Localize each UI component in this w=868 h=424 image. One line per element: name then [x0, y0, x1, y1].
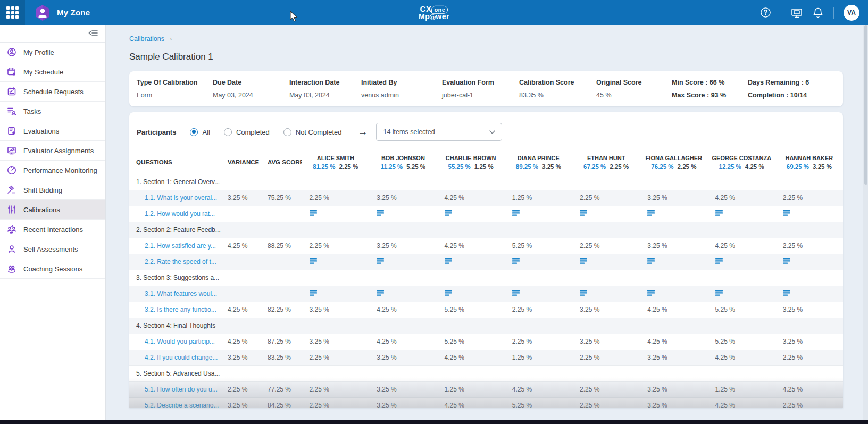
section-row: 5. Section 5: Advanced Usa... [129, 365, 843, 381]
sidebar-item-calibrations[interactable]: Calibrations [0, 200, 105, 220]
participant-variance: 2.25 % [678, 163, 697, 170]
comments-icon[interactable] [647, 258, 655, 266]
performance-monitoring-icon [7, 165, 16, 175]
sidebar-item-label: Shift Bidding [23, 186, 62, 194]
question-row: 5.1. How often do you u...2.25 %77.25 %2… [129, 381, 843, 397]
participant-name: ETHAN HUNT [577, 155, 636, 161]
comments-icon[interactable] [647, 210, 655, 218]
avg-score-value: 77.25 % [263, 381, 302, 397]
question-link[interactable]: 5.1. How often do you u... [145, 386, 218, 393]
main-content: Calibrations › Sample Calibration 1 Type… [106, 25, 868, 424]
variance-value: 3.25 % [223, 190, 263, 206]
page-scrollbar[interactable] [863, 25, 868, 420]
participant-score-value: 4.25 % [369, 334, 437, 350]
question-link[interactable]: 5.2. Describe a scenario... [145, 402, 219, 408]
participant-header: GEORGE COSTANZA12.25 %4.25 % [708, 151, 775, 174]
comments-icon[interactable] [310, 210, 318, 218]
comments-icon[interactable] [783, 290, 791, 298]
participant-score-value: 4.25 % [437, 350, 505, 365]
sidebar-item-coaching-sessions[interactable]: Coaching Sessions [0, 259, 105, 279]
sidebar-item-tasks[interactable]: Tasks [0, 102, 105, 121]
section-label: 5. Section 5: Advanced Usa... [129, 365, 223, 381]
comments-icon[interactable] [715, 210, 723, 218]
user-avatar[interactable]: VA [844, 5, 859, 21]
comments-icon[interactable] [580, 210, 588, 218]
help-icon[interactable] [760, 7, 771, 19]
question-link[interactable]: 1.2. How would you rat... [145, 210, 215, 218]
participant-score-value: 2.25 % [572, 238, 640, 254]
sidebar-item-shift-bidding[interactable]: Shift Bidding [0, 180, 105, 200]
participant-variance: 2.25 % [610, 163, 629, 170]
participant-score-value: 2.25 % [775, 190, 843, 206]
participant-score-value: 3.25 % [640, 190, 707, 206]
comments-icon[interactable] [512, 210, 520, 218]
notifications-bell-icon[interactable] [812, 7, 824, 19]
sidebar-item-label: Tasks [23, 107, 41, 115]
participants-dropdown[interactable]: 14 items selected [376, 123, 502, 141]
radio-not-completed[interactable]: Not Completed [283, 128, 342, 136]
sidebar-item-recent-interactions[interactable]: Recent Interactions [0, 220, 105, 239]
question-link[interactable]: 2.1. How satisfied are y... [145, 242, 216, 250]
comments-icon[interactable] [512, 290, 520, 298]
question-link[interactable]: 1.1. What is your overal... [145, 194, 217, 202]
comments-icon[interactable] [445, 290, 453, 298]
sidebar-item-evaluator-assignments[interactable]: Evaluator Assignments [0, 141, 105, 161]
comments-icon[interactable] [580, 290, 588, 298]
comments-icon[interactable] [445, 210, 453, 218]
question-link[interactable]: 4.1. Would you particip... [145, 338, 215, 345]
sidebar-item-evaluations[interactable]: Evaluations [0, 121, 105, 141]
avg-score-value [263, 254, 302, 270]
section-label: 2. Section 2: Feature Feedb... [129, 222, 223, 238]
participant-score-value: 3.25 % [640, 381, 707, 397]
participant-score-value: 3.25 % [302, 334, 369, 350]
comments-icon[interactable] [715, 258, 723, 266]
comments-icon[interactable] [783, 258, 791, 266]
sidebar-item-performance-monitoring[interactable]: Performance Monitoring [0, 161, 105, 180]
radio-all[interactable]: All [190, 128, 210, 136]
sidebar-item-my-profile[interactable]: My Profile [0, 43, 105, 62]
participant-score-value: 5.25 % [437, 334, 505, 350]
avg-score-value: 83.25 % [263, 350, 302, 365]
participant-score-value: 2.25 % [775, 350, 843, 365]
participants-table-card: Participants AllCompletedNot Completed →… [129, 112, 843, 408]
question-row: 1.1. What is your overal...3.25 %75.25 %… [129, 190, 843, 206]
comments-icon[interactable] [783, 210, 791, 218]
avg-score-value [263, 286, 302, 302]
app-launcher-button[interactable] [0, 0, 25, 25]
screen-share-icon[interactable] [791, 7, 803, 19]
comments-icon[interactable] [377, 258, 385, 266]
section-row: 1. Section 1: General Overv... [129, 174, 843, 190]
comments-icon[interactable] [310, 290, 318, 298]
participant-header: HANNAH BAKER69.25 %3.25 % [775, 151, 843, 174]
topbar-divider [781, 7, 781, 19]
calibration-info-card: Type Of CalibrationFormDue DateMay 03, 2… [129, 71, 843, 106]
sidebar-collapse-icon[interactable] [88, 29, 98, 39]
variance-value [223, 206, 263, 222]
comments-icon[interactable] [445, 258, 453, 266]
question-link[interactable]: 2.2. Rate the speed of t... [145, 258, 216, 265]
sidebar-item-label: Calibrations [23, 206, 60, 214]
question-link[interactable]: 3.1. What features woul... [145, 290, 217, 297]
question-link[interactable]: 3.2. Is there any functio... [145, 306, 216, 313]
participant-score-value: 2.25 % [302, 381, 369, 397]
participant-score-value: 4.25 % [437, 397, 505, 408]
comments-icon[interactable] [310, 258, 318, 266]
sidebar-item-self-assessments[interactable]: Self Assessments [0, 239, 105, 259]
participant-score-value: 3.25 % [640, 350, 707, 365]
question-link[interactable]: 4.2. If you could change... [145, 354, 218, 361]
participant-score-value: 4.25 % [640, 334, 707, 350]
comments-icon[interactable] [377, 290, 385, 298]
comments-icon[interactable] [512, 258, 520, 266]
participant-score-value: 1.25 % [437, 381, 505, 397]
comments-icon[interactable] [647, 290, 655, 298]
comments-icon[interactable] [715, 290, 723, 298]
comments-icon[interactable] [377, 210, 385, 218]
sidebar-item-schedule-requests[interactable]: Schedule Requests [0, 82, 105, 102]
sidebar-item-my-schedule[interactable]: My Schedule [0, 62, 105, 82]
topbar-divider [833, 7, 834, 19]
participant-score-value: 3.25 % [572, 334, 640, 350]
comments-icon[interactable] [580, 258, 588, 266]
breadcrumb-calibrations-link[interactable]: Calibrations [129, 35, 164, 43]
radio-circle-icon [190, 128, 198, 136]
radio-completed[interactable]: Completed [224, 128, 270, 136]
